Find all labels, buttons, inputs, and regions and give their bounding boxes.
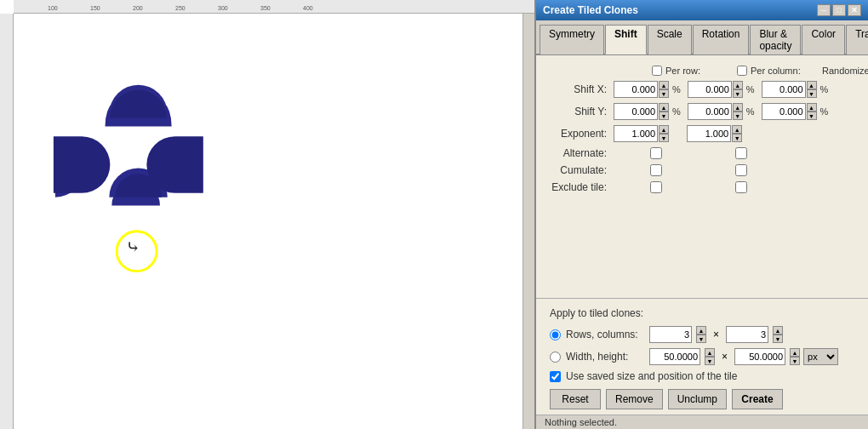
shift-y-per-row-up[interactable]: ▲ (659, 103, 669, 112)
shift-y-per-col-up[interactable]: ▲ (733, 103, 743, 112)
canvas-area: 100 150 200 250 300 350 400 (0, 0, 534, 429)
unit-select[interactable]: px mm cm in (803, 348, 838, 365)
width-height-row: Width, height: ▲ ▼ × ▲ ▼ px mm cm in (550, 348, 854, 365)
remove-button[interactable]: Remove (606, 389, 663, 409)
tab-blur-opacity[interactable]: Blur & opacity (750, 25, 801, 54)
column-headers: Per row: Per column: Randomize: (550, 66, 854, 76)
width-down[interactable]: ▼ (705, 357, 715, 365)
reset-button[interactable]: Reset (550, 389, 601, 409)
shift-x-per-col-input[interactable] (688, 81, 732, 98)
shift-y-rand-up[interactable]: ▲ (807, 103, 817, 112)
dialog-title: Create Tiled Clones (543, 4, 638, 16)
titlebar-buttons: ─ □ ✕ (817, 4, 861, 16)
per-row-checkbox[interactable] (652, 66, 662, 76)
canvas-shapes: ⤷ (14, 14, 523, 429)
action-buttons: Reset Remove Unclump Create (550, 389, 854, 409)
height-up[interactable]: ▲ (790, 348, 800, 357)
shift-x-per-col-down[interactable]: ▼ (733, 89, 743, 98)
shift-x-label: Shift X: (550, 83, 614, 95)
exponent-row: Exponent: ▲ ▼ ▲ ▼ (550, 125, 854, 142)
exponent-per-col-input[interactable] (687, 125, 731, 142)
shift-x-rand-down[interactable]: ▼ (807, 89, 817, 98)
alternate-per-row-cell (614, 147, 699, 159)
width-height-radio[interactable] (550, 352, 561, 363)
ruler-mark: 400 (303, 5, 313, 11)
rows-cols-inputs: ▲ ▼ × ▲ ▼ (649, 326, 783, 343)
status-bar: Nothing selected. (536, 415, 868, 429)
per-row-header: Per row: (652, 66, 737, 76)
shift-y-per-row-group: ▲ ▼ (614, 103, 669, 120)
exclude-tile-per-row-cell (614, 181, 699, 193)
ruler-mark: 200 (133, 5, 143, 11)
shift-x-per-row-up[interactable]: ▲ (659, 81, 669, 89)
ruler-mark: 100 (48, 5, 58, 11)
exponent-per-col-down[interactable]: ▼ (732, 134, 742, 142)
shift-y-per-row-down[interactable]: ▼ (659, 112, 669, 120)
cols-down[interactable]: ▼ (773, 335, 783, 343)
cols-input[interactable] (726, 326, 768, 343)
shift-y-per-col-down[interactable]: ▼ (733, 112, 743, 120)
rows-cols-radio[interactable] (550, 329, 561, 340)
rows-down[interactable]: ▼ (696, 335, 706, 343)
exclude-tile-per-row-checkbox[interactable] (650, 181, 662, 193)
scrollbar-vertical[interactable] (523, 14, 534, 429)
tab-symmetry[interactable]: Symmetry (540, 25, 604, 54)
height-down[interactable]: ▼ (790, 357, 800, 365)
apply-title: Apply to tiled clones: (550, 307, 854, 319)
shift-x-per-row-unit: % (672, 84, 681, 94)
alternate-per-col-checkbox[interactable] (735, 147, 747, 159)
cumulate-per-col-checkbox[interactable] (735, 164, 747, 176)
alternate-row: Alternate: (550, 147, 854, 159)
cumulate-per-col-cell (699, 164, 784, 176)
rows-input[interactable] (649, 326, 692, 343)
shift-x-per-row-down[interactable]: ▼ (659, 89, 669, 98)
shift-y-per-row-input[interactable] (614, 103, 658, 120)
shift-x-rand-unit: % (820, 84, 829, 94)
shift-y-rand-input[interactable] (762, 103, 806, 120)
svg-point-1 (117, 232, 157, 272)
rows-up[interactable]: ▲ (696, 326, 706, 335)
ruler-mark: 300 (218, 5, 228, 11)
shift-x-rand-up[interactable]: ▲ (807, 81, 817, 89)
exponent-per-row-down[interactable]: ▼ (659, 134, 669, 142)
alternate-per-row-checkbox[interactable] (650, 147, 662, 159)
unclump-button[interactable]: Unclump (668, 389, 727, 409)
ruler-left (0, 14, 14, 429)
x-separator: × (710, 329, 722, 340)
use-saved-row: Use saved size and position of the tile (550, 370, 854, 382)
ruler-mark: 350 (260, 5, 271, 11)
restore-button[interactable]: □ (832, 4, 846, 16)
height-input[interactable] (734, 348, 785, 365)
minimize-button[interactable]: ─ (817, 4, 831, 16)
shift-y-rand-down[interactable]: ▼ (807, 112, 817, 120)
width-up[interactable]: ▲ (705, 348, 715, 357)
exponent-per-row-up[interactable]: ▲ (659, 125, 669, 134)
shift-x-per-row-group: ▲ ▼ (614, 81, 669, 98)
tab-shift[interactable]: Shift (605, 25, 647, 54)
ruler-mark: 150 (90, 5, 100, 11)
shift-y-per-col-input[interactable] (688, 103, 732, 120)
shift-x-per-col-up[interactable]: ▲ (733, 81, 743, 89)
shift-x-per-row-input[interactable] (614, 81, 658, 98)
tab-trace[interactable]: Trace (846, 25, 868, 54)
cumulate-per-row-checkbox[interactable] (650, 164, 662, 176)
per-col-checkbox[interactable] (737, 66, 747, 76)
tab-rotation[interactable]: Rotation (693, 25, 750, 54)
shift-y-per-col-group: ▲ ▼ (688, 103, 743, 120)
exponent-per-row-input[interactable] (614, 125, 658, 142)
close-button[interactable]: ✕ (848, 4, 861, 16)
shift-x-rand-input[interactable] (762, 81, 806, 98)
alternate-per-col-cell (699, 147, 784, 159)
width-input[interactable] (649, 348, 700, 365)
exponent-per-col-up[interactable]: ▲ (732, 125, 742, 134)
shift-y-rand-unit: % (820, 106, 829, 117)
tab-color[interactable]: Color (802, 25, 845, 54)
shift-y-per-col-unit: % (746, 106, 755, 117)
create-button[interactable]: Create (732, 389, 783, 409)
ruler-top: 100 150 200 250 300 350 400 (14, 0, 534, 14)
cols-up[interactable]: ▲ (773, 326, 783, 335)
tab-scale[interactable]: Scale (648, 25, 692, 54)
exclude-tile-per-col-checkbox[interactable] (735, 181, 747, 193)
exclude-tile-per-col-cell (699, 181, 784, 193)
use-saved-checkbox[interactable] (550, 371, 561, 382)
